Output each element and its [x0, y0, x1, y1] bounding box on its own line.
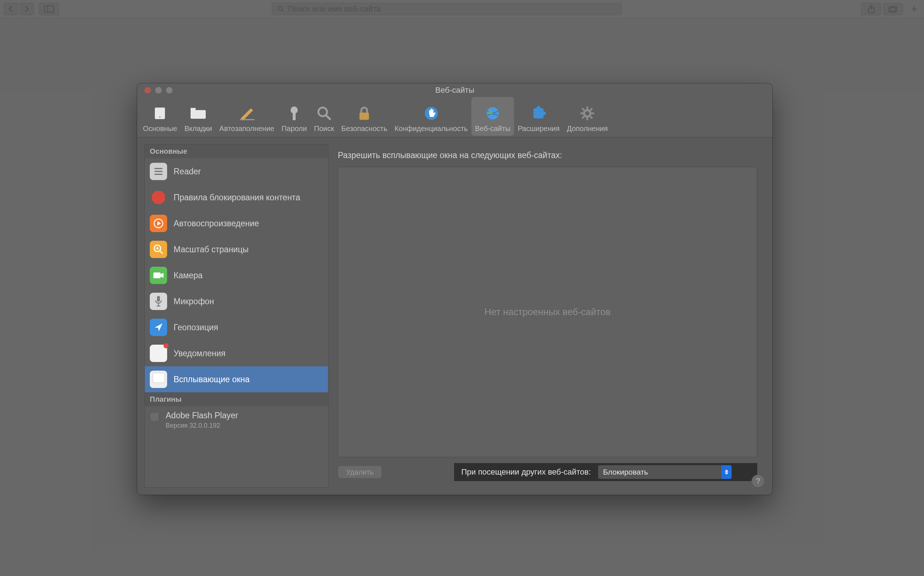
sidebar-section-plugins: Плагины	[145, 392, 328, 406]
svg-rect-44	[153, 272, 161, 278]
sidebar-item-label: Масштаб страницы	[174, 245, 249, 254]
sidebar-item-label: Камера	[174, 271, 203, 280]
websites-detail-pane: Разрешить всплывающие окна на следующих …	[335, 144, 765, 488]
svg-point-9	[159, 116, 161, 118]
hand-icon	[423, 105, 440, 122]
tab-privacy[interactable]: Конфиденциальность	[391, 97, 472, 136]
detail-heading: Разрешить всплывающие окна на следующих …	[338, 150, 757, 160]
svg-point-14	[291, 106, 298, 114]
general-icon	[152, 105, 168, 122]
key-icon	[286, 105, 302, 122]
svg-line-41	[160, 251, 163, 254]
tab-label: Пароли	[281, 125, 307, 133]
svg-marker-49	[155, 323, 162, 331]
help-button[interactable]: ?	[751, 475, 764, 488]
svg-rect-15	[293, 113, 296, 120]
configured-sites-list[interactable]: Нет настроенных веб-сайтов	[338, 167, 757, 457]
svg-rect-46	[157, 296, 160, 302]
tab-general[interactable]: Основные	[139, 97, 181, 136]
tab-label: Автозаполнение	[219, 125, 274, 133]
puzzle-icon	[530, 105, 547, 122]
preferences-window: Веб-сайты Основные Вкладки Автозаполнени…	[137, 83, 772, 495]
tab-label: Вкладки	[184, 125, 212, 133]
tab-label: Поиск	[314, 125, 334, 133]
help-icon: ?	[756, 477, 760, 486]
svg-marker-12	[241, 108, 253, 120]
tab-label: Веб-сайты	[475, 125, 510, 133]
tab-passwords[interactable]: Пароли	[278, 97, 310, 136]
tab-label: Конфиденциальность	[395, 125, 468, 133]
popup-windows-icon	[150, 371, 167, 388]
sidebar-item-reader[interactable]: Reader	[145, 158, 328, 184]
arrow-icon	[150, 319, 167, 336]
svg-point-21	[488, 111, 493, 114]
sidebar-item-label: Reader	[174, 167, 201, 176]
sidebar-item-camera[interactable]: Камера	[145, 262, 328, 288]
sidebar-item-label: Правила блокирования контента	[174, 193, 300, 202]
autofill-icon	[238, 105, 255, 122]
tab-autofill[interactable]: Автозаполнение	[216, 97, 278, 136]
svg-marker-45	[161, 273, 163, 278]
sidebar-item-content-blockers[interactable]: Правила блокирования контента	[145, 184, 328, 210]
sidebar-item-label: Геопозиция	[174, 323, 218, 333]
play-icon	[150, 215, 167, 232]
svg-line-32	[590, 108, 592, 110]
notification-icon	[150, 345, 167, 362]
tab-websites[interactable]: Веб-сайты	[472, 97, 514, 136]
preferences-titlebar[interactable]: Веб-сайты	[137, 83, 772, 97]
svg-marker-37	[152, 191, 165, 204]
default-policy-bar: При посещении других веб-сайтов: Блокиро…	[454, 463, 757, 481]
svg-rect-13	[240, 119, 254, 120]
tab-advanced[interactable]: Дополнения	[563, 97, 611, 136]
lock-icon	[356, 105, 372, 122]
tab-label: Расширения	[518, 125, 560, 133]
sidebar-item-popups[interactable]: Всплывающие окна	[145, 366, 328, 392]
tab-label: Дополнения	[567, 125, 607, 133]
svg-rect-10	[190, 110, 206, 119]
sidebar-item-label: Уведомления	[174, 349, 225, 358]
svg-line-30	[582, 108, 584, 110]
notification-badge-icon	[163, 343, 169, 348]
sidebar-item-label: Микрофон	[174, 297, 214, 306]
tabs-icon	[190, 105, 206, 122]
preferences-title: Веб-сайты	[137, 86, 772, 95]
globe-icon	[484, 105, 501, 122]
camera-icon	[150, 267, 167, 284]
websites-sidebar: Основные Reader Правила блокирования кон…	[144, 144, 328, 488]
tab-label: Безопасность	[341, 125, 388, 133]
sidebar-item-page-zoom[interactable]: Масштаб страницы	[145, 237, 328, 262]
plugin-version: Версия 32.0.0.192	[166, 422, 238, 429]
svg-rect-11	[190, 108, 196, 111]
remove-button[interactable]: Удалить	[338, 466, 382, 478]
empty-state-text: Нет настроенных веб-сайтов	[484, 306, 610, 318]
tab-extensions[interactable]: Расширения	[514, 97, 563, 136]
tab-tabs[interactable]: Вкладки	[181, 97, 216, 136]
stop-icon	[150, 189, 167, 206]
policy-select[interactable]: Блокировать	[598, 465, 732, 479]
sidebar-item-label: Автовоспроизведение	[174, 219, 259, 229]
svg-point-25	[584, 110, 590, 117]
policy-label: При посещении других веб-сайтов:	[461, 467, 591, 477]
sidebar-item-autoplay[interactable]: Автовоспроизведение	[145, 210, 328, 237]
microphone-icon	[150, 293, 167, 310]
svg-rect-18	[360, 113, 369, 120]
policy-select-value: Блокировать	[603, 468, 648, 477]
gear-icon	[579, 105, 596, 122]
plugin-item-flash[interactable]: Adobe Flash Player Версия 32.0.0.192	[145, 406, 328, 434]
sidebar-section-main: Основные	[145, 144, 328, 158]
zoom-icon	[150, 241, 167, 258]
reader-icon	[150, 163, 167, 180]
plugin-enable-checkbox[interactable]	[150, 412, 159, 422]
remove-button-label: Удалить	[346, 468, 374, 477]
plugin-name: Adobe Flash Player	[166, 411, 238, 421]
sidebar-item-microphone[interactable]: Микрофон	[145, 288, 328, 314]
sidebar-item-location[interactable]: Геопозиция	[145, 314, 328, 340]
tab-security[interactable]: Безопасность	[338, 97, 391, 136]
tab-search[interactable]: Поиск	[310, 97, 337, 136]
sidebar-item-notifications[interactable]: Уведомления	[145, 340, 328, 366]
svg-line-31	[590, 117, 592, 118]
svg-line-33	[582, 117, 584, 118]
svg-line-17	[326, 115, 330, 119]
svg-marker-39	[157, 221, 161, 226]
select-stepper-icon	[721, 465, 732, 479]
